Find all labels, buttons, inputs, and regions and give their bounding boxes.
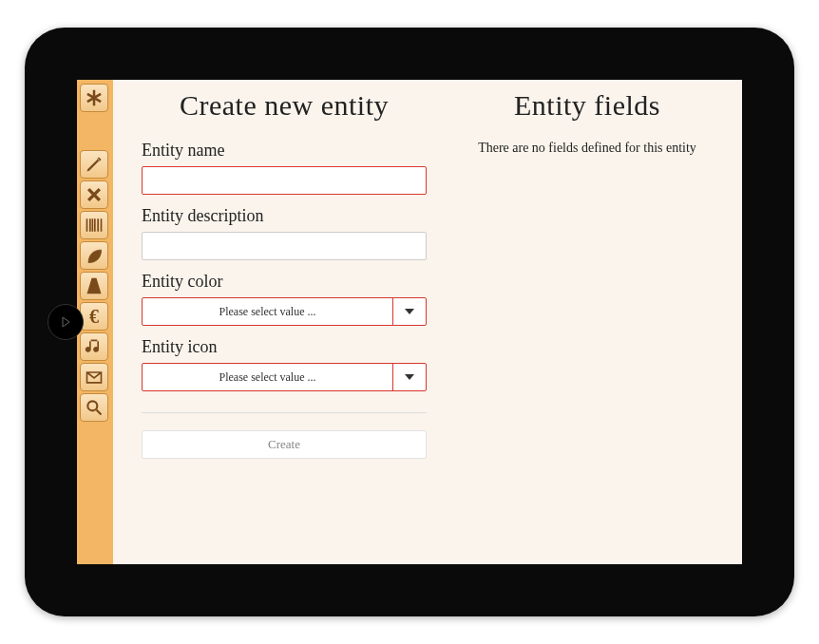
- create-heading: Create new entity: [142, 89, 427, 122]
- svg-point-0: [87, 401, 97, 410]
- search-icon: [85, 398, 104, 417]
- form-group-icon: Entity icon Please select value ...: [142, 337, 427, 391]
- sidebar-item-road[interactable]: [80, 272, 108, 300]
- chevron-down-icon: [405, 374, 414, 380]
- entity-fields-panel: Entity fields There are no fields define…: [455, 89, 719, 555]
- sidebar-item-mail[interactable]: [80, 363, 108, 391]
- euro-icon: €: [89, 307, 99, 326]
- sidebar-item-euro[interactable]: €: [80, 302, 108, 331]
- road-icon: [85, 276, 104, 295]
- form-divider: [142, 412, 427, 413]
- entity-color-caret[interactable]: [393, 298, 426, 325]
- entity-icon-label: Entity icon: [142, 337, 427, 357]
- asterisk-icon: [85, 88, 104, 107]
- form-group-name: Entity name: [142, 141, 427, 195]
- entity-icon-caret[interactable]: [393, 364, 426, 390]
- entity-color-select[interactable]: Please select value ...: [142, 297, 427, 326]
- sidebar-item-music[interactable]: [80, 332, 108, 361]
- entity-name-input[interactable]: [142, 166, 427, 195]
- tablet-frame: € Create new entity: [25, 28, 794, 616]
- sidebar-item-leaf[interactable]: [80, 241, 108, 270]
- chevron-down-icon: [405, 309, 414, 314]
- entity-icon-select[interactable]: Please select value ...: [142, 363, 427, 391]
- sidebar-item-search[interactable]: [80, 393, 108, 422]
- entity-description-label: Entity description: [142, 206, 427, 226]
- entity-description-input[interactable]: [142, 232, 427, 260]
- main-content: Create new entity Entity name Entity des…: [113, 80, 742, 564]
- entity-color-label: Entity color: [142, 272, 427, 292]
- sidebar-item-barcode[interactable]: [80, 211, 108, 239]
- close-icon: [85, 185, 104, 204]
- sidebar-item-edit[interactable]: [80, 150, 108, 179]
- form-group-color: Entity color Please select value ...: [142, 272, 427, 326]
- home-button[interactable]: [48, 304, 84, 340]
- form-group-description: Entity description: [142, 206, 427, 260]
- entity-color-placeholder: Please select value ...: [143, 298, 393, 325]
- sidebar-item-asterisk[interactable]: [80, 84, 108, 112]
- no-fields-message: There are no fields defined for this ent…: [455, 141, 719, 156]
- mail-icon: [85, 368, 104, 387]
- music-icon: [85, 337, 104, 356]
- create-entity-panel: Create new entity Entity name Entity des…: [142, 89, 427, 555]
- entity-name-label: Entity name: [142, 141, 427, 161]
- fields-heading: Entity fields: [455, 89, 719, 122]
- play-icon: [59, 315, 72, 329]
- app-screen: € Create new entity: [77, 80, 742, 564]
- entity-icon-placeholder: Please select value ...: [143, 364, 393, 390]
- barcode-icon: [85, 216, 104, 235]
- create-button[interactable]: Create: [142, 430, 427, 459]
- leaf-icon: [85, 246, 104, 265]
- pencil-icon: [85, 155, 104, 174]
- sidebar-item-delete[interactable]: [80, 180, 108, 209]
